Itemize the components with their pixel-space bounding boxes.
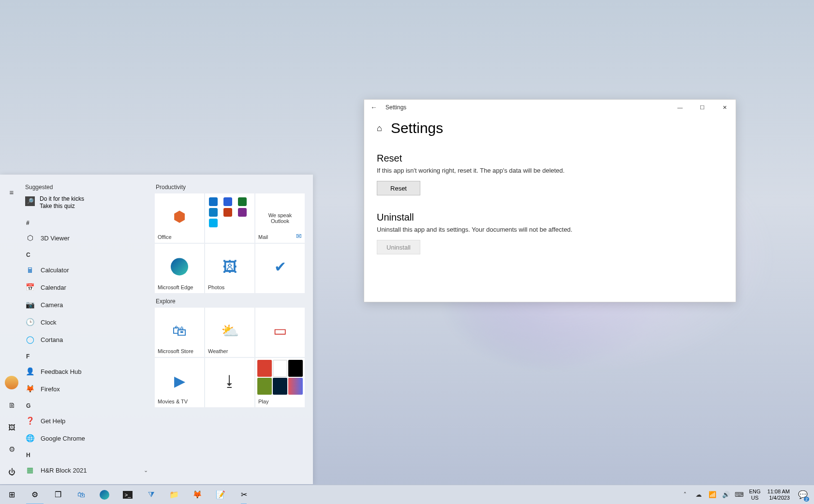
- tray-network[interactable]: 📶: [707, 485, 718, 504]
- maximize-button[interactable]: ☐: [691, 100, 713, 115]
- clock-date: 1/4/2023: [768, 495, 790, 501]
- wifi-icon: 📶: [709, 491, 716, 498]
- taskbar-terminal[interactable]: >_: [116, 485, 139, 504]
- letter-header-h[interactable]: H: [23, 447, 151, 461]
- gear-icon: ⚙: [31, 490, 38, 499]
- tile-movies-tv[interactable]: ▶Movies & TV: [155, 358, 204, 407]
- reset-heading: Reset: [377, 153, 723, 164]
- taskbar-task-view[interactable]: ❐: [46, 485, 70, 504]
- vscode-icon: ⧩: [148, 490, 154, 499]
- app-camera[interactable]: 📷Camera: [23, 296, 151, 313]
- terminal-icon: >_: [123, 491, 133, 499]
- hamburger-button[interactable]: ≡: [2, 182, 21, 202]
- tile-microsoft-edge[interactable]: Microsoft Edge: [155, 244, 204, 293]
- document-icon: 🗎: [8, 401, 15, 409]
- tile-photos[interactable]: 🖼Photos: [205, 244, 254, 293]
- hrblock-icon: ▦: [25, 465, 35, 475]
- tray-ime[interactable]: ⌨: [734, 485, 745, 504]
- settings-rail-button[interactable]: ⚙: [2, 440, 21, 459]
- start-apps-list[interactable]: Suggested 🔎 Do it for the kicks Take thi…: [23, 175, 151, 484]
- taskbar-edge[interactable]: [93, 485, 116, 504]
- app-google-chrome[interactable]: 🌐Google Chrome: [23, 430, 151, 447]
- cube-icon: ⬡: [25, 233, 35, 243]
- app-label: Camera: [41, 301, 63, 309]
- app-label: Calculator: [41, 267, 69, 274]
- start-menu: ≡ 🗎 🖼 ⚙ ⏻ Suggested 🔎 Do it for the kick…: [0, 175, 313, 484]
- arrow-left-icon: ←: [370, 104, 377, 111]
- letter-header-hash[interactable]: #: [23, 215, 151, 229]
- tile-label: Weather: [208, 348, 252, 354]
- tile-todo[interactable]: ✔: [255, 244, 305, 293]
- documents-button[interactable]: 🗎: [2, 395, 21, 415]
- edge-icon: [171, 258, 188, 275]
- help-icon: ❓: [25, 416, 35, 426]
- download-icon: ⭳: [222, 373, 237, 389]
- letter-header-f[interactable]: F: [23, 348, 151, 363]
- group-productivity[interactable]: Productivity: [156, 184, 306, 191]
- firefox-icon: 🦊: [25, 384, 35, 394]
- tile-office[interactable]: ⬢ Office: [155, 193, 204, 243]
- app-calculator[interactable]: 🖩Calculator: [23, 261, 151, 279]
- letter-header-c[interactable]: C: [23, 247, 151, 261]
- hamburger-icon: ≡: [10, 188, 14, 196]
- settings-titlebar: ← Settings — ☐ ✕: [364, 100, 736, 115]
- lang-bottom: US: [749, 495, 761, 501]
- minimize-button[interactable]: —: [669, 100, 691, 115]
- tile-office-apps[interactable]: [205, 193, 254, 243]
- cortana-icon: ◯: [25, 335, 35, 344]
- taskbar-snipping-tool[interactable]: ✂: [232, 485, 255, 504]
- app-feedback-hub[interactable]: 👤Feedback Hub: [23, 363, 151, 380]
- taskbar-vscode[interactable]: ⧩: [139, 485, 163, 504]
- tray-language[interactable]: ENG US: [747, 489, 763, 500]
- tray-clock[interactable]: 11:08 AM 1/4/2023: [765, 489, 793, 501]
- reset-button[interactable]: Reset: [377, 181, 420, 195]
- tray-chevron-up[interactable]: ˄: [680, 485, 691, 504]
- app-3d-viewer[interactable]: ⬡ 3D Viewer: [23, 229, 151, 247]
- tile-weather[interactable]: ⛅Weather: [205, 308, 254, 357]
- app-cortana[interactable]: ◯Cortana: [23, 331, 151, 348]
- store-icon: 🛍: [77, 490, 85, 499]
- taskbar-store[interactable]: 🛍: [70, 485, 93, 504]
- suggested-quiz-item[interactable]: 🔎 Do it for the kicks Take this quiz: [23, 194, 151, 215]
- taskbar-notepad[interactable]: 📝: [209, 485, 232, 504]
- feedback-icon: 👤: [25, 367, 35, 376]
- camera-icon: 📷: [25, 300, 35, 310]
- tray-onedrive[interactable]: ☁: [693, 485, 705, 504]
- letter-header-g[interactable]: G: [23, 398, 151, 412]
- group-explore[interactable]: Explore: [156, 298, 306, 305]
- taskbar: ⊞ ⚙ ❐ 🛍 >_ ⧩ 📁 🦊 📝 ✂ ˄ ☁ 📶 🔊 ⌨ ENG US 11…: [0, 485, 814, 504]
- tile-download[interactable]: ⭳: [205, 358, 254, 407]
- tile-label: Office: [158, 234, 201, 240]
- user-account-button[interactable]: [2, 373, 21, 392]
- gear-icon: ⚙: [9, 445, 15, 454]
- tile-label: Play: [258, 399, 302, 404]
- tile-we-speak-outlook[interactable]: We speak Outlook Mail ✉: [255, 193, 305, 243]
- power-icon: ⏻: [8, 468, 15, 476]
- action-center-button[interactable]: 💬 2: [795, 485, 811, 504]
- minimize-icon: —: [678, 104, 683, 110]
- tile-play[interactable]: Play: [255, 358, 305, 407]
- app-label: Feedback Hub: [41, 368, 82, 375]
- pictures-button[interactable]: 🖼: [2, 417, 21, 437]
- tile-news[interactable]: ▭: [255, 308, 305, 357]
- app-label: Calendar: [41, 284, 66, 291]
- tray-volume[interactable]: 🔊: [720, 485, 732, 504]
- taskbar-firefox[interactable]: 🦊: [186, 485, 209, 504]
- app-label: Clock: [41, 319, 57, 326]
- home-icon[interactable]: ⌂: [377, 123, 382, 133]
- power-button[interactable]: ⏻: [2, 462, 21, 481]
- tile-microsoft-store[interactable]: 🛍Microsoft Store: [155, 308, 204, 357]
- uninstall-section: Uninstall Uninstall this app and its set…: [377, 212, 723, 254]
- app-calendar[interactable]: 📅Calendar: [23, 279, 151, 296]
- back-button[interactable]: ←: [364, 104, 384, 111]
- start-button[interactable]: ⊞: [0, 485, 23, 504]
- app-get-help[interactable]: ❓Get Help: [23, 412, 151, 430]
- movies-icon: ▶: [174, 372, 185, 389]
- close-button[interactable]: ✕: [713, 100, 736, 115]
- app-firefox[interactable]: 🦊Firefox: [23, 380, 151, 398]
- app-clock[interactable]: 🕒Clock: [23, 313, 151, 331]
- uninstall-button: Uninstall: [377, 240, 420, 254]
- app-hr-block[interactable]: ▦H&R Block 2021⌄: [23, 461, 151, 479]
- taskbar-file-explorer[interactable]: 📁: [163, 485, 186, 504]
- taskbar-settings[interactable]: ⚙: [23, 485, 46, 504]
